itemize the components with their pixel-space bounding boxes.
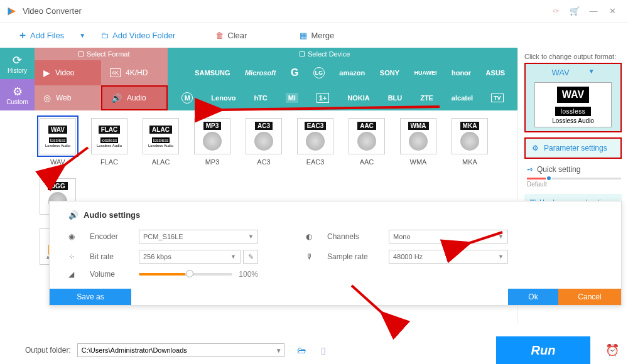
- key-icon[interactable]: ✑: [546, 6, 565, 16]
- brand-amazon[interactable]: amazon: [339, 69, 365, 77]
- brand-motorola[interactable]: M: [181, 92, 193, 104]
- bitrate-edit-button[interactable]: ✎: [243, 250, 258, 264]
- audio-settings-panel: 🔊Audio settings ◉ Encoder PCM_S16LE▼ ◐ C…: [49, 201, 622, 306]
- format-label: WAV: [50, 158, 65, 166]
- category-audio[interactable]: 🔊Audio: [101, 85, 168, 110]
- fourk-icon: 4K: [110, 68, 121, 77]
- sliders-icon: ⚙: [532, 144, 539, 153]
- brand-xiaomi[interactable]: MI: [286, 93, 298, 103]
- channels-select[interactable]: Mono▼: [389, 230, 508, 244]
- format-flac[interactable]: FLAClosslessLossless AudioFLAC: [90, 118, 129, 166]
- film-icon[interactable]: ▯: [321, 345, 326, 355]
- cart-icon[interactable]: 🛒: [565, 6, 584, 16]
- bottom-bar: Output folder: ▼ 🗁 ▯ Run ⏰: [0, 336, 628, 364]
- brand-oneplus[interactable]: 1+: [317, 93, 330, 103]
- param-label: Parameter settings: [544, 144, 607, 153]
- add-folder-label: Add Video Folder: [112, 31, 175, 40]
- folder-dropdown-icon[interactable]: ▼: [276, 347, 282, 354]
- cat-audio-label: Audio: [127, 94, 146, 102]
- device-sq-icon: [300, 51, 305, 56]
- speaker-icon: 🔊: [111, 93, 122, 103]
- brand-honor[interactable]: honor: [452, 69, 471, 77]
- encoder-select[interactable]: PCM_S16LE▼: [139, 230, 258, 244]
- bitrate-label: Bit rate: [90, 252, 134, 261]
- sample-select[interactable]: 48000 Hz▼: [389, 250, 508, 264]
- minimize-button[interactable]: —: [584, 6, 603, 16]
- merge-label: Merge: [311, 31, 334, 40]
- category-video[interactable]: ▶Video: [35, 60, 101, 85]
- format-label: WMA: [410, 158, 427, 166]
- brand-alcatel[interactable]: alcatel: [452, 94, 473, 102]
- close-button[interactable]: ✕: [603, 6, 622, 16]
- run-button[interactable]: Run: [496, 336, 590, 364]
- sidebar-custom[interactable]: ⚙Custom: [0, 79, 35, 110]
- sidebar-history-label: History: [8, 67, 27, 74]
- lossless-badge: lossless: [151, 137, 171, 144]
- add-files-button[interactable]: ＋Add Files: [13, 26, 69, 45]
- format-alac[interactable]: ALAClosslessLossless AudioALAC: [141, 118, 180, 166]
- brand-nokia[interactable]: NOKIA: [347, 94, 369, 102]
- category-4k[interactable]: 4K4K/HD: [101, 60, 168, 85]
- brand-huawei[interactable]: HUAWEI: [414, 70, 436, 76]
- format-aac[interactable]: AACAAC: [347, 118, 386, 166]
- gear-icon: ⚙: [13, 85, 23, 99]
- category-web[interactable]: ◎Web: [35, 85, 101, 110]
- brand-google[interactable]: G: [291, 67, 298, 78]
- sample-icon: 🎙: [306, 252, 322, 261]
- add-files-dropdown-icon[interactable]: ▼: [79, 32, 85, 39]
- titlebar: Video Converter ✑ 🛒 — ✕: [0, 0, 628, 23]
- disc-icon: [254, 132, 273, 151]
- format-ac3[interactable]: AC3AC3: [244, 118, 283, 166]
- brand-lg[interactable]: LG: [313, 67, 325, 78]
- ok-button[interactable]: Ok: [508, 289, 558, 305]
- brand-blu[interactable]: BLU: [388, 94, 403, 102]
- clear-label: Clear: [227, 31, 247, 40]
- merge-button[interactable]: ▦Merge: [295, 28, 339, 43]
- volume-value: 100%: [239, 270, 258, 279]
- parameter-settings-button[interactable]: ⚙Parameter settings: [524, 137, 622, 159]
- format-tag: FLAC: [99, 126, 121, 134]
- add-video-folder-button[interactable]: 🗀Add Video Folder: [95, 28, 180, 43]
- output-folder-label: Output folder:: [25, 346, 71, 355]
- output-folder-input[interactable]: [77, 343, 284, 357]
- clear-button[interactable]: 🗑Clear: [210, 28, 252, 43]
- select-format-header: Select Format: [35, 48, 168, 60]
- brand-zte[interactable]: ZTE: [420, 94, 433, 102]
- output-format-preview[interactable]: WAV▼ WAV lossless Lossless Audio: [524, 63, 622, 132]
- brand-asus[interactable]: ASUS: [486, 69, 506, 77]
- volume-thumb[interactable]: [186, 270, 193, 277]
- select-device-header: Select Device: [168, 48, 517, 60]
- format-mka[interactable]: MKAMKA: [450, 118, 489, 166]
- brand-tv[interactable]: TV: [491, 94, 504, 102]
- disc-icon: [203, 132, 222, 151]
- format-wav[interactable]: WAVlosslessLossless AudioWAV: [38, 118, 77, 166]
- select-device-label: Select Device: [308, 50, 350, 58]
- quick-setting-slider[interactable]: [527, 178, 621, 179]
- brand-htc[interactable]: hTC: [254, 94, 267, 102]
- sidebar: ⟳History ⚙Custom: [0, 48, 35, 324]
- sidebar-history[interactable]: ⟳History: [0, 48, 35, 79]
- lossless-text: Lossless Audio: [97, 144, 122, 147]
- play-icon: ▶: [43, 68, 50, 78]
- brand-sony[interactable]: SONY: [380, 69, 399, 77]
- format-mp3[interactable]: MP3MP3: [193, 118, 232, 166]
- save-as-button[interactable]: Save as: [50, 289, 131, 305]
- format-tag: WAV: [48, 126, 67, 134]
- brand-microsoft[interactable]: Microsoft: [245, 69, 276, 77]
- brand-lenovo[interactable]: Lenovo: [211, 94, 236, 102]
- bitrate-select[interactable]: 256 kbps▼: [139, 250, 241, 264]
- brand-row-1: SAMSUNG Microsoft G LG amazon SONY HUAWE…: [168, 60, 517, 85]
- format-eac3[interactable]: EAC3EAC3: [296, 118, 335, 166]
- slider-thumb[interactable]: [546, 175, 552, 181]
- format-wma[interactable]: WMAWMA: [399, 118, 438, 166]
- lossless-text: Lossless Audio: [45, 144, 70, 147]
- cancel-button[interactable]: Cancel: [558, 289, 621, 305]
- alarm-icon[interactable]: ⏰: [597, 343, 628, 357]
- volume-slider[interactable]: [139, 273, 232, 276]
- disc-icon: [409, 132, 428, 151]
- open-folder-icon[interactable]: 🗁: [297, 345, 306, 355]
- brand-samsung[interactable]: SAMSUNG: [195, 69, 230, 77]
- chevron-down-icon: ▼: [498, 254, 504, 260]
- cat-video-label: Video: [55, 68, 74, 77]
- quick-setting-label: ➺Quick setting: [527, 165, 622, 174]
